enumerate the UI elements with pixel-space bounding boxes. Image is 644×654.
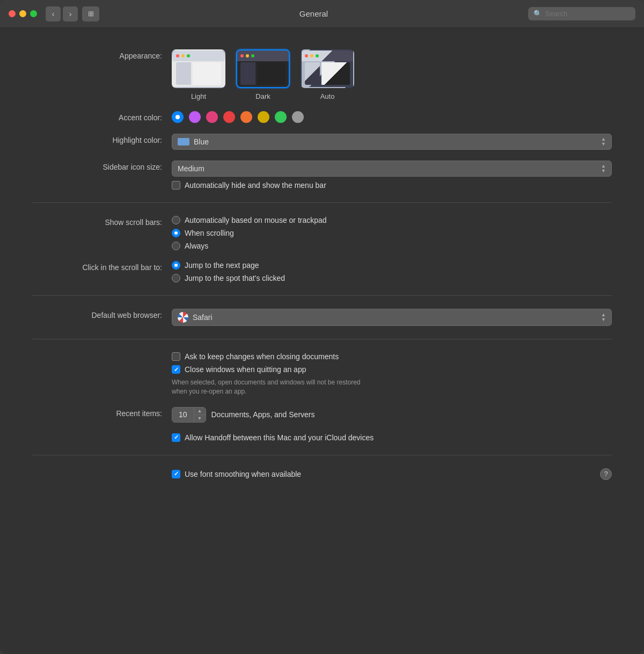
menu-bar-checkbox-label: Automatically hide and show the menu bar [185,181,326,190]
traffic-lights [9,10,37,17]
font-smoothing-row: Use font smoothing when available ? [32,463,612,485]
click-spot-row[interactable]: Jump to the spot that's clicked [172,274,612,282]
scroll-bars-always-label: Always [185,242,208,250]
appearance-light[interactable]: Light [172,49,225,100]
ask-keep-changes-label: Ask to keep changes when closing documen… [185,352,339,361]
dot-red-auto [305,54,308,57]
handoff-row: Allow Handoff between this Mac and your … [32,428,612,447]
scroll-bars-auto-radio[interactable] [172,216,180,224]
highlight-color-control: Blue ▲ ▼ [172,134,612,150]
handoff-checkbox-row[interactable]: Allow Handoff between this Mac and your … [172,433,612,442]
sidebar-icon-size-row: Sidebar icon size: Medium ▲ ▼ Automatica… [32,155,612,195]
recent-items-row: Recent items: 10 ▲ ▼ Documents, Apps, an… [32,402,612,428]
dot-red [176,54,179,57]
ask-keep-changes-row[interactable]: Ask to keep changes when closing documen… [172,352,612,361]
scroll-bars-when-scrolling-row[interactable]: When scrolling [172,229,612,237]
dot-yellow-dark [246,54,249,57]
divider-2 [32,295,612,296]
help-button[interactable]: ? [600,468,612,480]
recent-items-label: Recent items: [32,407,172,418]
click-next-page-radio[interactable] [172,261,180,270]
grid-button[interactable]: ⊞ [82,6,99,21]
divider-1 [32,202,612,203]
maximize-button[interactable] [30,10,37,17]
chevron-down-icon-size: ▼ [601,169,606,173]
default-web-browser-control: Safari ▲ ▼ [172,309,612,326]
sidebar-icon-size-dropdown[interactable]: Medium ▲ ▼ [172,161,612,177]
font-smoothing-label [32,473,172,475]
stepper-down-button[interactable]: ▼ [194,415,206,422]
dot-red-dark [240,54,244,57]
thumb-sidebar-dark [240,62,255,85]
stepper-buttons: ▲ ▼ [194,408,206,422]
appearance-auto[interactable]: Auto [301,49,354,100]
highlight-color-label: Highlight color: [32,134,172,144]
accent-pink[interactable] [206,111,218,123]
scroll-bars-when-scrolling-radio[interactable] [172,229,180,237]
titlebar: ‹ › ⊞ General 🔍 [0,0,644,28]
scroll-bars-always-row[interactable]: Always [172,242,612,250]
close-windows-row[interactable]: Close windows when quitting an app [172,365,612,374]
forward-button[interactable]: › [63,6,78,21]
default-web-browser-row: Default web browser: Safari ▲ ▼ [32,303,612,331]
accent-yellow[interactable] [258,111,269,123]
accent-red[interactable] [223,111,235,123]
back-button[interactable]: ‹ [46,6,61,21]
appearance-dark[interactable]: Dark [236,49,290,100]
minimize-button[interactable] [19,10,26,17]
accent-purple[interactable] [189,111,201,123]
font-smoothing-checkbox[interactable] [172,470,180,478]
highlight-color-dropdown[interactable]: Blue ▲ ▼ [172,134,612,150]
scroll-bars-auto-label: Automatically based on mouse or trackpad [185,216,327,224]
accent-green[interactable] [275,111,287,123]
close-button[interactable] [9,10,16,17]
menu-bar-checkbox-row[interactable]: Automatically hide and show the menu bar [172,181,612,190]
handoff-checkbox-label: Allow Handoff between this Mac and your … [185,433,374,442]
handoff-checkbox[interactable] [172,433,180,442]
thumb-titlebar-light [173,50,224,61]
scroll-bars-auto-row[interactable]: Automatically based on mouse or trackpad [172,216,612,224]
ask-keep-changes-checkbox[interactable] [172,352,180,361]
documents-row: Ask to keep changes when closing documen… [32,347,612,402]
search-input[interactable] [545,10,630,18]
recent-items-suffix: Documents, Apps, and Servers [211,410,315,419]
font-smoothing-control: Use font smoothing when available ? [172,468,612,480]
close-windows-helper-text: When selected, open documents and window… [172,379,361,395]
click-spot-radio[interactable] [172,274,180,282]
content: Appearance: [0,28,644,507]
recent-items-stepper[interactable]: 10 ▲ ▼ [172,407,206,423]
documents-control: Ask to keep changes when closing documen… [172,352,612,396]
close-windows-checkbox[interactable] [172,365,180,374]
click-next-page-row[interactable]: Jump to the next page [172,261,612,270]
dot-yellow [181,54,185,57]
click-scroll-bar-label: Click in the scroll bar to: [32,261,172,272]
thumb-titlebar-auto [302,50,353,61]
appearance-light-label: Light [191,92,206,100]
grid-icon: ⊞ [88,10,94,18]
accent-blue[interactable] [172,111,184,123]
default-web-browser-value: Safari [193,313,597,322]
thumb-main-auto [321,62,350,85]
thumb-inner-light [176,62,221,85]
appearance-dark-label: Dark [255,92,270,100]
highlight-color-row: Highlight color: Blue ▲ ▼ [32,128,612,155]
show-scroll-bars-row: Show scroll bars: Automatically based on… [32,210,612,256]
appearance-control: Light [172,49,612,100]
documents-label [32,352,172,354]
accent-graphite[interactable] [292,111,304,123]
handoff-label [32,433,172,435]
dot-green-dark [251,54,254,57]
highlight-color-arrows: ▲ ▼ [601,137,606,147]
accent-orange[interactable] [240,111,252,123]
default-web-browser-dropdown[interactable]: Safari ▲ ▼ [172,309,612,326]
close-windows-label: Close windows when quitting an app [185,365,306,374]
recent-items-control-row: 10 ▲ ▼ Documents, Apps, and Servers [172,407,612,423]
divider-4 [32,455,612,455]
menu-bar-checkbox[interactable] [172,181,180,190]
close-windows-helper: When selected, open documents and window… [172,378,472,396]
font-smoothing-checkbox-row[interactable]: Use font smoothing when available [172,470,600,478]
divider-3 [32,339,612,339]
scroll-bars-always-radio[interactable] [172,242,180,250]
sidebar-icon-size-control: Medium ▲ ▼ Automatically hide and show t… [172,161,612,190]
stepper-up-button[interactable]: ▲ [194,408,206,415]
